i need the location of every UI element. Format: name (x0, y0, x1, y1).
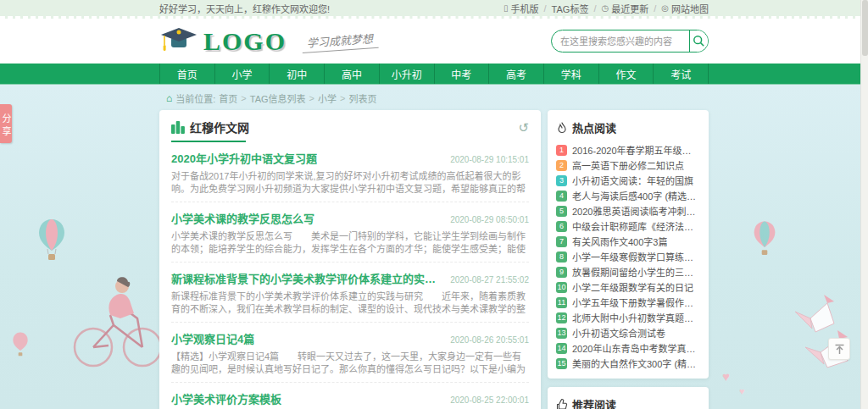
rank-badge: 15 (556, 358, 567, 369)
hot-item[interactable]: 52020雅思英语阅读临考冲刺试题附答案 (556, 203, 700, 218)
article-date: 2020-08-27 21:55:02 (450, 275, 529, 285)
site-logo[interactable]: LOGO (159, 26, 287, 57)
search-icon (693, 35, 705, 47)
sitemap-link[interactable]: ◎网站地图 (661, 2, 709, 15)
article-date: 2020-08-26 20:55:01 (450, 335, 529, 345)
arrow-up-to-top-icon (834, 344, 845, 355)
hot-item-text: 小升初语文阅读：年轻的国旗 (572, 174, 693, 187)
nav-item-senior-high[interactable]: 高中 (325, 64, 380, 84)
page-scrollbar[interactable] (860, 0, 868, 409)
tag-link[interactable]: TAG标签 (552, 2, 589, 15)
divider: / (593, 3, 596, 14)
top-link-label: 网站地图 (671, 2, 709, 15)
article-title-link[interactable]: 小学美术评价方案模板 (171, 390, 281, 406)
hot-reading-card: 热点阅读 12016-2020年春学期五年级语文下期末模拟 2高一英语下册必修二… (548, 110, 709, 379)
article-item: 2020年小学升初中语文复习题2020-08-29 10:15:01 对于备战2… (171, 142, 529, 202)
hot-item[interactable]: 9放暑假期间留给小学生的三年级英语作文范文 (556, 264, 700, 279)
nav-item-exams[interactable]: 考试 (654, 64, 709, 84)
hot-item[interactable]: 8小学一年级寒假数学口算练习题三篇 (556, 249, 700, 264)
hot-item-text: 老人与海读后感400字 (精选3篇) (572, 189, 700, 202)
sidebar: 热点阅读 12016-2020年春学期五年级语文下期末模拟 2高一英语下册必修二… (548, 110, 709, 409)
hot-item[interactable]: 15美丽的大自然作文300字 (精选3篇) (556, 356, 700, 371)
hot-item-text: 小升初语文综合测试卷 (572, 326, 665, 340)
heart-decoration: ♥ (722, 369, 730, 384)
rank-badge: 1 (556, 145, 567, 156)
nav-item-composition[interactable]: 作文 (599, 64, 654, 84)
breadcrumb-primary-school[interactable]: 小学 (318, 91, 337, 105)
thumbs-up-icon (556, 399, 568, 409)
breadcrumb: ⌂ 当前位置: 首页 > TAG信息列表 > 小学 > 列表页 (159, 85, 709, 110)
nav-item-home[interactable]: 首页 (159, 64, 215, 84)
hot-item[interactable]: 6中级会计职称题库《经济法》检测题 (556, 218, 700, 234)
hot-item-text: 北师大附中小升初数学真题汇编 (572, 311, 700, 324)
mobile-version-link[interactable]: ▯手机版 (504, 2, 539, 15)
article-title-link[interactable]: 2020年小学升初中语文复习题 (171, 150, 317, 166)
breadcrumb-list-page: 列表页 (348, 91, 376, 105)
article-excerpt: 新课程标准背景下的小学美术教学评价体系建立的实践与研究 近年来，随着素质教育的不… (171, 290, 529, 316)
recommended-reading-header: 推荐阅读 (556, 395, 700, 409)
article-excerpt: 对于备战2017年小升初的同学来说,复习的好坏对小升初考试成绩的高低起着很大的影… (171, 170, 529, 196)
hot-reading-list: 12016-2020年春学期五年级语文下期末模拟 2高一英语下册必修二知识点 3… (556, 142, 700, 371)
site-building-icon (171, 121, 185, 134)
recent-updates-link[interactable]: ◷最近更新 (601, 2, 648, 15)
rank-badge: 6 (556, 221, 567, 232)
nav-item-zhongkao[interactable]: 中考 (435, 64, 490, 84)
rank-badge: 2 (556, 160, 567, 171)
breadcrumb-prefix: 当前位置: (175, 91, 215, 105)
rank-badge: 13 (556, 328, 567, 339)
divider: / (654, 3, 656, 14)
page: 好好学习，天天向上，红穆作文网欢迎您! ▯手机版 / TAG标签 / ◷最近更新… (0, 0, 868, 409)
share-button[interactable]: 分享 (0, 104, 12, 143)
article-title-link[interactable]: 小学观察日记4篇 (171, 330, 254, 346)
hot-item[interactable]: 11小学五年级下册数学暑假作业答案【20-61 (556, 295, 700, 310)
breadcrumb-tag-list[interactable]: TAG信息列表 (250, 91, 306, 105)
hot-item[interactable]: 10小学二年级跟数学有关的日记 (556, 279, 700, 295)
bicycle-rider-illustration (68, 264, 165, 370)
hot-item[interactable]: 3小升初语文阅读：年轻的国旗 (556, 173, 700, 188)
search-input[interactable] (552, 30, 689, 52)
small-balloon-illustration (12, 332, 29, 357)
top-link-label: 手机版 (511, 2, 539, 15)
top-link-label: 最近更新 (611, 2, 648, 15)
site-title: 红穆作文网 (190, 119, 249, 135)
breadcrumb-home[interactable]: 首页 (219, 91, 237, 105)
article-item: 新课程标准背景下的小学美术教学评价体系建立的实践与研究2020-08-27 21… (171, 263, 529, 323)
undo-refresh-icon[interactable]: ↺ (518, 121, 529, 134)
breadcrumb-separator: > (241, 93, 246, 103)
article-title-link[interactable]: 小学美术课的教学反思怎么写 (171, 210, 314, 226)
search-box (551, 30, 709, 53)
top-link-label: TAG标签 (552, 2, 589, 15)
hot-reading-title: 热点阅读 (572, 119, 616, 135)
hot-item-text: 有关风雨作文400字3篇 (572, 235, 667, 248)
search-button[interactable] (689, 30, 708, 52)
hot-item-text: 放暑假期间留给小学生的三年级英语作文范文 (572, 265, 700, 279)
rank-badge: 12 (556, 312, 567, 323)
nav-item-primary-school[interactable]: 小学 (215, 64, 270, 84)
nav-item-gaokao[interactable]: 高考 (489, 64, 544, 84)
hot-item-text: 小学一年级寒假数学口算练习题三篇 (572, 250, 700, 263)
nav-item-subjects[interactable]: 学科 (544, 64, 599, 84)
hot-item-text: 小学二年级跟数学有关的日记 (572, 280, 693, 294)
home-icon: ⌂ (166, 92, 172, 104)
breadcrumb-separator: > (309, 93, 314, 103)
hot-item-text: 小学五年级下册数学暑假作业答案【20-61 (572, 296, 700, 309)
hot-item[interactable]: 12016-2020年春学期五年级语文下期末模拟 (556, 142, 700, 158)
hot-item[interactable]: 12北师大附中小升初数学真题汇编 (556, 310, 700, 325)
graduation-cap-icon (159, 26, 198, 57)
nav-item-xiaoshengchu[interactable]: 小升初 (380, 64, 435, 84)
site-header: LOGO 学习成就梦想 (0, 19, 868, 64)
hot-item[interactable]: 142020年山东青岛中考数学真题 (已公布) (556, 340, 700, 356)
hot-item[interactable]: 2高一英语下册必修二知识点 (556, 158, 700, 173)
content-area: ♥ ♥ ⌂ 当前位置: 首页 > TAG信息列表 > 小学 > 列表页 (0, 85, 868, 409)
hot-item[interactable]: 4老人与海读后感400字 (精选3篇) (556, 188, 700, 203)
hot-item[interactable]: 7有关风雨作文400字3篇 (556, 234, 700, 249)
nav-item-junior-high[interactable]: 初中 (270, 64, 325, 84)
hot-item-text: 美丽的大自然作文300字 (精选3篇) (572, 356, 700, 370)
hot-item[interactable]: 13小升初语文综合测试卷 (556, 325, 700, 340)
scrollbar-thumb[interactable] (862, 0, 868, 56)
article-title-link[interactable]: 新课程标准背景下的小学美术教学评价体系建立的实践与研究 (171, 270, 443, 286)
back-to-top-button[interactable] (828, 338, 850, 360)
recommended-reading-card: 推荐阅读 1最欣赏的人作文400字 (精选3篇) 2关于感恩的中考满分作文600… (548, 387, 709, 409)
welcome-text: 好好学习，天天向上，红穆作文网欢迎您! (159, 2, 330, 15)
rank-badge: 14 (556, 343, 567, 354)
